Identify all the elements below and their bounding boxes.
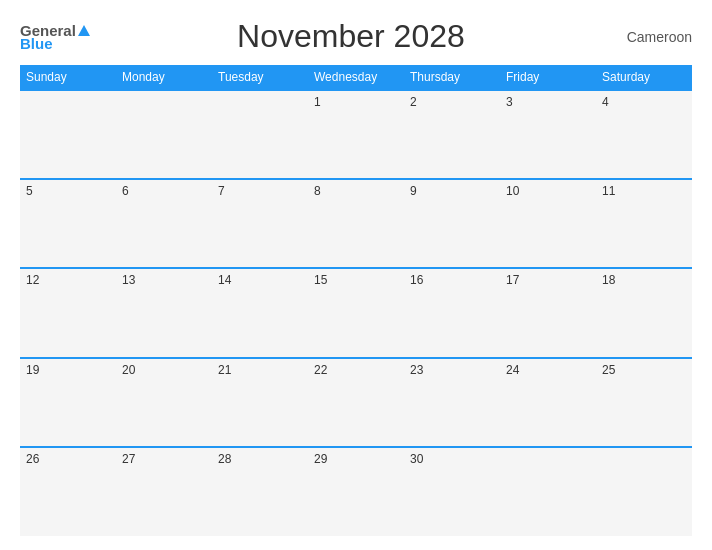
calendar-day-29: 29 [308,447,404,536]
calendar-day-25: 25 [596,358,692,447]
calendar-day-21: 21 [212,358,308,447]
header: General Blue November 2028 Cameroon [20,18,692,55]
day-number: 17 [506,273,519,287]
day-number: 9 [410,184,417,198]
day-number: 18 [602,273,615,287]
day-number: 28 [218,452,231,466]
day-number: 30 [410,452,423,466]
day-number: 5 [26,184,33,198]
calendar-day-9: 9 [404,179,500,268]
calendar-week-row: 19202122232425 [20,358,692,447]
calendar-day-16: 16 [404,268,500,357]
calendar-week-row: 567891011 [20,179,692,268]
calendar-day-empty [500,447,596,536]
day-number: 10 [506,184,519,198]
day-number: 14 [218,273,231,287]
day-number: 4 [602,95,609,109]
weekday-header-thursday: Thursday [404,65,500,90]
calendar-day-17: 17 [500,268,596,357]
calendar-day-26: 26 [20,447,116,536]
day-number: 7 [218,184,225,198]
weekday-header-row: SundayMondayTuesdayWednesdayThursdayFrid… [20,65,692,90]
day-number: 24 [506,363,519,377]
calendar-day-empty [596,447,692,536]
calendar-page: General Blue November 2028 Cameroon Sund… [0,0,712,550]
calendar-day-1: 1 [308,90,404,179]
day-number: 19 [26,363,39,377]
calendar-title: November 2028 [90,18,612,55]
weekday-header-tuesday: Tuesday [212,65,308,90]
calendar-day-empty [20,90,116,179]
weekday-header-saturday: Saturday [596,65,692,90]
day-number: 27 [122,452,135,466]
calendar-day-20: 20 [116,358,212,447]
day-number: 29 [314,452,327,466]
calendar-day-11: 11 [596,179,692,268]
calendar-day-10: 10 [500,179,596,268]
calendar-day-4: 4 [596,90,692,179]
day-number: 23 [410,363,423,377]
day-number: 8 [314,184,321,198]
country-label: Cameroon [612,29,692,45]
day-number: 3 [506,95,513,109]
calendar-week-row: 12131415161718 [20,268,692,357]
calendar-day-18: 18 [596,268,692,357]
day-number: 21 [218,363,231,377]
day-number: 12 [26,273,39,287]
day-number: 25 [602,363,615,377]
calendar-day-22: 22 [308,358,404,447]
day-number: 22 [314,363,327,377]
calendar-week-row: 1234 [20,90,692,179]
calendar-day-7: 7 [212,179,308,268]
calendar-day-28: 28 [212,447,308,536]
calendar-day-12: 12 [20,268,116,357]
weekday-header-monday: Monday [116,65,212,90]
calendar-day-empty [212,90,308,179]
calendar-day-5: 5 [20,179,116,268]
calendar-day-27: 27 [116,447,212,536]
calendar-day-23: 23 [404,358,500,447]
day-number: 15 [314,273,327,287]
day-number: 26 [26,452,39,466]
calendar-week-row: 2627282930 [20,447,692,536]
day-number: 11 [602,184,615,198]
calendar-day-2: 2 [404,90,500,179]
day-number: 16 [410,273,423,287]
day-number: 6 [122,184,129,198]
day-number: 1 [314,95,321,109]
calendar-day-empty [116,90,212,179]
calendar-day-8: 8 [308,179,404,268]
logo-blue-text: Blue [20,36,90,51]
weekday-header-wednesday: Wednesday [308,65,404,90]
day-number: 20 [122,363,135,377]
weekday-header-sunday: Sunday [20,65,116,90]
day-number: 13 [122,273,135,287]
calendar-day-3: 3 [500,90,596,179]
calendar-day-19: 19 [20,358,116,447]
calendar-day-13: 13 [116,268,212,357]
logo: General Blue [20,23,90,51]
calendar-day-6: 6 [116,179,212,268]
day-number: 2 [410,95,417,109]
calendar-table: SundayMondayTuesdayWednesdayThursdayFrid… [20,65,692,536]
calendar-day-30: 30 [404,447,500,536]
weekday-header-friday: Friday [500,65,596,90]
calendar-day-14: 14 [212,268,308,357]
calendar-day-15: 15 [308,268,404,357]
calendar-day-24: 24 [500,358,596,447]
